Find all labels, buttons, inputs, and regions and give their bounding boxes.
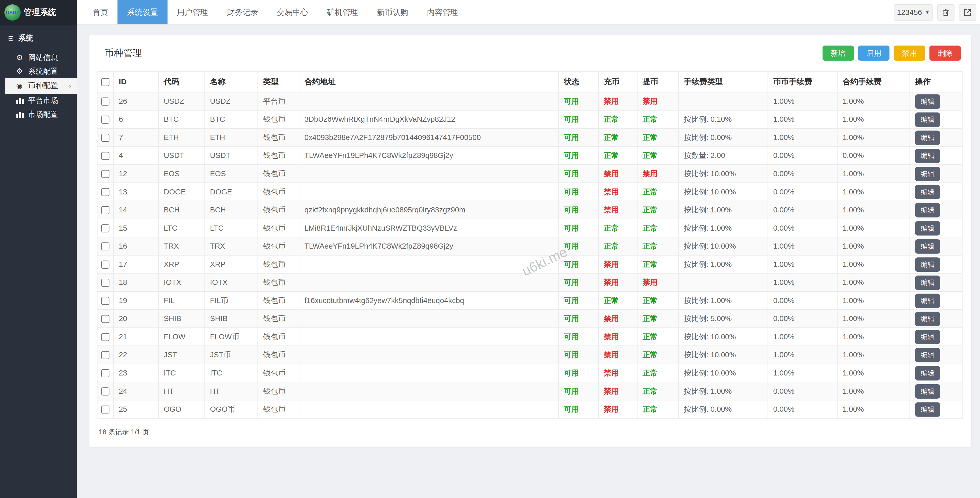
cell-deposit-status: 禁用 (598, 346, 637, 364)
table-row: 20 SHIB SHIB 钱包币 可用 禁用 正常 按比例: 5.00% 0.0… (97, 309, 962, 328)
cell-coin-fee: 0.00% (768, 165, 837, 183)
select-all-checkbox[interactable] (101, 78, 110, 86)
cell-coin-fee: 0.00% (768, 292, 837, 310)
cell-code: JST (159, 346, 205, 364)
delete-button[interactable]: 删除 (929, 46, 961, 60)
cell-status: 可用 (558, 128, 599, 147)
cell-withdraw-status: 正常 (637, 219, 679, 237)
row-checkbox[interactable] (101, 261, 110, 269)
sidebar-section-system[interactable]: ⊟ 系统 (0, 25, 77, 51)
cell-type: 钱包币 (258, 201, 299, 219)
cell-code: IOTX (159, 273, 205, 292)
sidebar-item[interactable]: ⚙ 网站信息 (0, 51, 77, 65)
row-checkbox[interactable] (101, 406, 110, 414)
edit-button[interactable]: 编辑 (915, 384, 940, 398)
row-checkbox[interactable] (101, 98, 110, 106)
nav-tab[interactable]: 交易中心 (267, 0, 318, 24)
edit-button[interactable]: 编辑 (915, 366, 940, 380)
row-checkbox[interactable] (101, 170, 110, 178)
sidebar-item[interactable]: ⚙ 系统配置 (0, 65, 77, 78)
edit-button[interactable]: 编辑 (915, 221, 940, 235)
nav-tab[interactable]: 新币认购 (368, 0, 418, 24)
cell-coin-fee: 1.00% (768, 110, 837, 128)
add-button[interactable]: 新增 (822, 46, 854, 60)
cell-type: 钱包币 (258, 382, 299, 400)
cell-deposit-status: 正常 (598, 128, 637, 147)
cell-coin-fee: 0.00% (768, 382, 837, 400)
cell-name: ITC (205, 364, 258, 382)
nav-tab[interactable]: 系统设置 (118, 0, 167, 24)
nav-tab[interactable]: 用户管理 (167, 0, 218, 24)
sidebar-item[interactable]: 平台市场 (0, 94, 77, 108)
cell-coin-fee: 1.00% (768, 237, 837, 255)
cell-withdraw-status: 正常 (637, 128, 679, 147)
cell-status: 可用 (558, 183, 599, 201)
cell-status: 可用 (558, 309, 599, 328)
cell-contract-fee: 1.00% (837, 328, 910, 346)
row-checkbox[interactable] (101, 188, 110, 197)
card-header: 币种管理 新增启用禁用删除 (97, 35, 962, 71)
logout-button[interactable] (959, 4, 977, 20)
edit-button[interactable]: 编辑 (915, 167, 940, 181)
row-checkbox[interactable] (101, 279, 110, 287)
cell-withdraw-status: 正常 (637, 309, 679, 328)
table-row: 17 XRP XRP 钱包币 可用 禁用 正常 按比例: 1.00% 1.00%… (97, 255, 962, 274)
edit-button[interactable]: 编辑 (915, 112, 940, 127)
enable-button[interactable]: 启用 (858, 46, 889, 60)
disable-button[interactable]: 禁用 (894, 46, 925, 60)
cell-code: USDZ (159, 92, 205, 111)
row-checkbox[interactable] (101, 152, 110, 160)
row-checkbox[interactable] (101, 351, 110, 360)
row-checkbox[interactable] (101, 333, 110, 341)
edit-button[interactable]: 编辑 (915, 275, 940, 290)
nav-tab[interactable]: 首页 (83, 0, 118, 24)
nav-tab[interactable]: 矿机管理 (318, 0, 368, 24)
row-checkbox[interactable] (101, 224, 110, 233)
user-dropdown[interactable]: 123456 ▼ (894, 4, 933, 20)
cell-code: XRP (159, 255, 205, 274)
row-checkbox[interactable] (101, 297, 110, 305)
edit-button[interactable]: 编辑 (915, 293, 940, 308)
nav-tab[interactable]: 财务记录 (218, 0, 268, 24)
row-checkbox[interactable] (101, 206, 110, 214)
clear-cache-button[interactable] (937, 4, 954, 20)
cell-type: 钱包币 (258, 183, 299, 201)
cell-contract-address: 0x4093b298e7A2F172879b70144096147417F005… (299, 128, 558, 147)
nav-tab[interactable]: 内容管理 (418, 0, 468, 24)
edit-button[interactable]: 编辑 (915, 402, 940, 416)
cell-fee-type (679, 273, 768, 292)
cell-contract-address (299, 400, 558, 419)
row-checkbox[interactable] (101, 116, 110, 124)
table-row: 14 BCH BCH 钱包币 qzkf2fxnq9pnygkkdhqhj6ue0… (97, 201, 962, 219)
row-checkbox[interactable] (101, 387, 110, 396)
row-checkbox[interactable] (101, 243, 110, 251)
cell-name: HT (205, 382, 258, 400)
edit-button[interactable]: 编辑 (915, 239, 940, 253)
row-checkbox[interactable] (101, 134, 110, 142)
edit-button[interactable]: 编辑 (915, 185, 940, 199)
cell-contract-fee: 1.00% (837, 382, 910, 400)
edit-button[interactable]: 编辑 (915, 94, 940, 108)
edit-button[interactable]: 编辑 (915, 130, 940, 144)
row-checkbox[interactable] (101, 315, 110, 323)
edit-button[interactable]: 编辑 (915, 312, 940, 326)
cell-fee-type: 按比例: 1.00% (679, 219, 768, 237)
cell-contract-fee: 1.00% (837, 309, 910, 328)
cell-coin-fee: 1.00% (768, 255, 837, 274)
edit-button[interactable]: 编辑 (915, 203, 940, 217)
edit-button[interactable]: 编辑 (915, 348, 940, 362)
sidebar-item-label: 币种配置 (28, 81, 58, 91)
sidebar-item[interactable]: 市场配置 (0, 107, 77, 121)
cell-fee-type: 按比例: 10.00% (679, 346, 768, 364)
cell-id: 20 (114, 309, 159, 328)
row-checkbox[interactable] (101, 370, 110, 377)
cell-type: 钱包币 (258, 128, 299, 147)
edit-button[interactable]: 编辑 (915, 257, 940, 271)
edit-button[interactable]: 编辑 (915, 330, 940, 344)
cell-withdraw-status: 禁用 (637, 273, 679, 292)
sidebar-item[interactable]: ◉ 币种配置 › (5, 78, 77, 94)
edit-button[interactable]: 编辑 (915, 149, 940, 163)
cell-fee-type: 按比例: 10.00% (679, 237, 768, 255)
cell-deposit-status: 禁用 (598, 273, 637, 292)
cell-code: OGO (159, 400, 205, 419)
